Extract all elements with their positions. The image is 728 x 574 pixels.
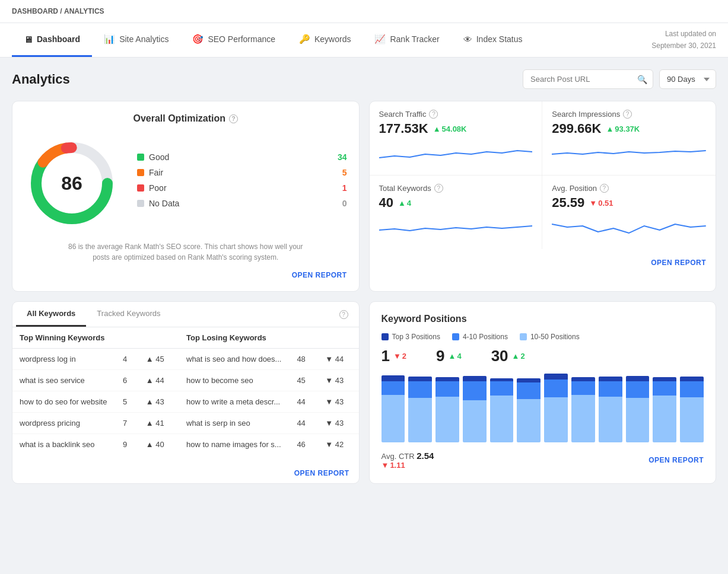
- opt-body: 86 Good 34 Fair 5 Poor 1: [24, 136, 347, 231]
- nodata-value: 0: [342, 199, 347, 208]
- kp-bar-mid: [408, 381, 432, 398]
- header-controls: 🔍 30 Days 60 Days 90 Days 6 Months 1 Yea…: [523, 69, 716, 89]
- opt-info-icon[interactable]: ?: [229, 114, 238, 123]
- table-row: wordpress log in 4 ▲ 45 what is seo and …: [12, 349, 359, 370]
- search-traffic-cell: Search Traffic ? 177.53K ▲ 54.08K: [370, 101, 543, 176]
- last-updated-label: Last updated on: [665, 30, 716, 38]
- kp-legend: Top 3 Positions 4-10 Positions 10-50 Pos…: [382, 333, 704, 341]
- poor-value: 1: [342, 183, 347, 193]
- good-value: 34: [338, 152, 347, 162]
- fair-value: 5: [342, 168, 347, 177]
- search-traffic-label: Search Traffic ?: [379, 110, 533, 119]
- breadcrumb: DASHBOARD / ANALYTICS: [0, 0, 728, 23]
- keywords-icon: 🔑: [299, 34, 310, 44]
- kp-bar-low: [599, 397, 622, 442]
- opt-open-report[interactable]: OPEN REPORT: [24, 271, 347, 279]
- search-traffic-sparkline: [379, 141, 533, 165]
- losing-change: ▼ 43: [318, 413, 358, 434]
- kp-bar-mid: [653, 381, 676, 396]
- winning-change: ▲ 43: [139, 391, 179, 413]
- losing-change: ▼ 42: [318, 434, 358, 455]
- overall-optimization-card: Overall Optimization ? 86: [12, 101, 360, 292]
- kw-help-icon[interactable]: ?: [332, 302, 355, 327]
- search-traffic-info-icon[interactable]: ?: [429, 110, 438, 119]
- kp-bar-low: [463, 400, 487, 442]
- total-keywords-info-icon[interactable]: ?: [434, 184, 443, 193]
- page-content: Analytics 🔍 30 Days 60 Days 90 Days 6 Mo…: [0, 58, 728, 496]
- winning-kw: wordpress pricing: [12, 413, 116, 434]
- kp-bar-top3: [408, 377, 432, 381]
- winning-kw: how to do seo for website: [12, 391, 116, 413]
- kp-bar-low: [408, 398, 432, 442]
- search-impressions-sparkline: [552, 141, 706, 165]
- kp-low-dot: [520, 333, 527, 340]
- kw-tab-tracked[interactable]: Tracked Keywords: [86, 302, 171, 327]
- tab-dashboard-label: Dashboard: [37, 34, 80, 44]
- winning-kw: wordpress log in: [12, 349, 116, 370]
- site-analytics-icon: 📊: [104, 34, 115, 44]
- search-impressions-change: ▲ 93.37K: [606, 125, 640, 133]
- kp-open-report[interactable]: OPEN REPORT: [648, 456, 704, 464]
- kp-bar-mid: [517, 382, 541, 398]
- winning-change: ▲ 41: [139, 413, 179, 434]
- total-keywords-change: ▲ 4: [398, 199, 411, 208]
- losing-pos: 45: [290, 370, 318, 391]
- winning-kw: what is seo service: [12, 370, 116, 391]
- tab-site-analytics[interactable]: 📊 Site Analytics: [92, 23, 180, 57]
- kp-bar-low: [653, 396, 676, 442]
- avg-position-value: 25.59 ▼ 0.51: [552, 195, 706, 211]
- kp-bar-low: [517, 399, 541, 442]
- kp-bar-top3: [382, 375, 405, 381]
- search-post-url-input[interactable]: [523, 69, 653, 89]
- tab-rank-tracker[interactable]: 📈 Rank Tracker: [363, 23, 451, 57]
- fair-dot: [137, 169, 144, 176]
- search-metrics-card: Search Traffic ? 177.53K ▲ 54.08K Search…: [369, 101, 717, 292]
- losing-change: ▼ 43: [318, 370, 358, 391]
- winning-pos: 7: [116, 413, 139, 434]
- tab-keywords[interactable]: 🔑 Keywords: [287, 23, 363, 57]
- kp-bar-low: [680, 397, 704, 442]
- kp-bar-mid: [544, 380, 568, 397]
- days-select[interactable]: 30 Days 60 Days 90 Days 6 Months 1 Year: [659, 69, 716, 89]
- avg-position-change: ▼ 0.51: [589, 199, 613, 208]
- kp-bar-top3: [517, 378, 541, 383]
- metrics-open-report[interactable]: OPEN REPORT: [370, 255, 716, 273]
- kp-bar-mid: [490, 381, 514, 396]
- keywords-card: All Keywords Tracked Keywords ? Top Winn…: [12, 301, 360, 484]
- kp-bar-column: [435, 374, 459, 442]
- kp-bar-low: [571, 395, 595, 442]
- breadcrumb-current: ANALYTICS: [64, 7, 104, 15]
- tab-index-status[interactable]: 👁 Index Status: [452, 24, 535, 57]
- losing-kw: what is serp in seo: [179, 413, 290, 434]
- avg-position-label: Avg. Position ?: [552, 184, 706, 193]
- losing-kw: what is seo and how does...: [179, 349, 290, 370]
- tab-seo-performance[interactable]: 🎯 SEO Performance: [180, 23, 287, 57]
- tab-site-analytics-label: Site Analytics: [119, 34, 169, 44]
- winning-pos: 5: [116, 391, 139, 413]
- kp-bars: [382, 374, 704, 445]
- search-impressions-info-icon[interactable]: ?: [623, 110, 632, 119]
- losing-kw: how to name images for s...: [179, 434, 290, 455]
- winning-pos: 9: [116, 434, 139, 455]
- kp-legend-top3: Top 3 Positions: [382, 333, 440, 341]
- index-status-icon: 👁: [463, 34, 472, 44]
- tab-seo-performance-label: SEO Performance: [208, 34, 275, 44]
- last-updated: Last updated on September 30, 2021: [651, 28, 716, 51]
- kw-open-report[interactable]: OPEN REPORT: [12, 463, 359, 483]
- kp-legend-mid: 4-10 Positions: [452, 333, 508, 341]
- tab-dashboard[interactable]: 🖥 Dashboard: [12, 24, 92, 57]
- winning-change: ▲ 44: [139, 370, 179, 391]
- winning-change: ▲ 40: [139, 434, 179, 455]
- kp-bar-low: [435, 397, 459, 442]
- kp-stat-top3: 1 ▼ 2: [382, 347, 407, 365]
- kp-bar-column: [680, 374, 704, 442]
- avg-position-info-icon[interactable]: ?: [600, 184, 609, 193]
- kp-bar-low: [544, 397, 568, 442]
- kw-tab-all[interactable]: All Keywords: [16, 302, 86, 327]
- opt-title-text: Overall Optimization: [133, 113, 225, 124]
- breadcrumb-dashboard[interactable]: DASHBOARD: [12, 7, 58, 15]
- kp-bar-top3: [626, 376, 650, 381]
- kp-stat-mid-change: ▲ 4: [449, 352, 462, 361]
- kw-col-losing: Top Losing Keywords: [179, 327, 359, 349]
- table-row: what is seo service 6 ▲ 44 how to become…: [12, 370, 359, 391]
